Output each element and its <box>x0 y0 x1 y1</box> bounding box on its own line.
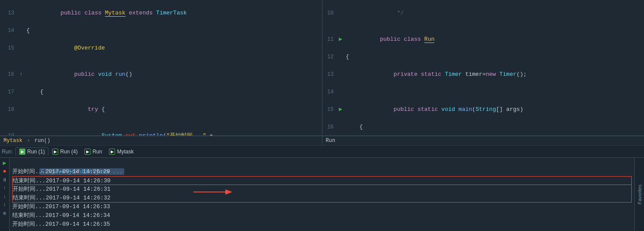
code-line-14: 14 { <box>0 26 322 35</box>
code-area: 13 public class Mytask extends TimerTask… <box>0 0 644 136</box>
line-gutter <box>18 26 24 35</box>
code-line-12: 12 { <box>322 53 644 61</box>
code-line-16: 16 ↑ public void run() <box>0 61 322 88</box>
line-code: @Override <box>24 35 322 61</box>
code-line-15: 15 @Override <box>0 35 322 61</box>
code-line-17r: 17 timer.scheduleAtFixedRate(new Mytask(… <box>322 131 644 135</box>
tab-run-label: Run <box>92 149 102 155</box>
arrow-annotation <box>193 183 237 201</box>
line-num: 15 <box>322 96 337 123</box>
breadcrumb-right-label: Run <box>326 138 336 144</box>
line-num: 13 <box>0 0 18 26</box>
output-line-1: 开始时间...2017-09-14 14:26:29 <box>12 167 632 176</box>
line-gutter: ▶ <box>337 26 344 53</box>
code-line-13: 13 public class Mytask extends TimerTask <box>0 0 322 26</box>
line-num: 17 <box>0 88 18 96</box>
settings-button[interactable]: ⊞ <box>1 210 8 217</box>
output-line-4: 结束时间...2017-09-14 14:26:32 <box>12 194 632 203</box>
favorites-label: Favorites <box>637 185 642 204</box>
line-num: 17 <box>322 131 337 135</box>
code-line-16r: 16 { <box>322 123 644 131</box>
favorites-bar: Favorites <box>634 158 644 231</box>
right-code-panel: 10 */ 11 ▶ public class Run 12 { 13 <box>322 0 644 135</box>
line-code <box>344 88 644 96</box>
line-code: try { <box>24 96 322 123</box>
line-num: 16 <box>0 61 18 88</box>
line-code: { <box>344 123 644 131</box>
output-line-3: 开始时间...2017-09-14 14:26:31 <box>12 185 632 194</box>
left-breadcrumb: Mytask › run() <box>0 136 322 145</box>
right-breadcrumb: Run <box>322 136 644 145</box>
line-gutter: ▶ <box>337 96 344 123</box>
line-gutter <box>337 123 344 131</box>
line-code: public class Mytask extends TimerTask <box>24 0 322 26</box>
scroll-up-button[interactable]: ↑ <box>1 185 8 192</box>
line-gutter <box>337 131 344 135</box>
code-line-19: 19 System.out.println("开始时间..." + <box>0 123 322 135</box>
breadcrumb-bar: Mytask › run() Run <box>0 136 644 146</box>
output-line-6: 结束时间...2017-09-14 14:26:34 <box>12 211 632 220</box>
line-code: System.out.println("开始时间..." + <box>24 123 322 135</box>
line-num: 16 <box>322 123 337 131</box>
line-gutter <box>18 123 24 135</box>
run-tabs-bar: Run: ▶ Run (1) ▶ Run (4) ▶ Run ▶ Mytask <box>0 146 644 158</box>
line-num: 14 <box>0 26 18 35</box>
tab-mytask[interactable]: ▶ Mytask <box>105 148 137 156</box>
wrap-button[interactable]: ↕ <box>1 201 8 208</box>
code-line-10: 10 */ <box>322 0 644 26</box>
tab-run4[interactable]: ▶ Run (4) <box>49 148 81 156</box>
line-code: public class Run <box>344 26 644 53</box>
line-num: 12 <box>322 53 337 61</box>
run-label: Run: <box>2 149 13 155</box>
right-code-table: 10 */ 11 ▶ public class Run 12 { 13 <box>322 0 644 135</box>
line-num: 10 <box>322 0 337 26</box>
breadcrumb-method: run() <box>35 138 50 144</box>
line-gutter: ↑ <box>18 61 24 88</box>
tab-run4-label: Run (4) <box>60 149 77 155</box>
scroll-down-button[interactable]: ↓ <box>1 193 8 200</box>
run-output: F:\java\jdk\bin\java ... 开始时间...2017-09-… <box>10 158 634 231</box>
line-num: 11 <box>322 26 337 53</box>
run-icon: ▶ <box>52 149 58 155</box>
run-content: ▶ ■ ⏸ ↑ ↓ ↕ ⊞ F:\java\jdk\bin\java ... 开… <box>0 158 644 231</box>
line-num: 19 <box>0 123 18 135</box>
line-gutter <box>337 0 344 26</box>
line-code: timer.scheduleAtFixedRate(new Mytask(),n… <box>344 131 644 135</box>
tab-run1[interactable]: ▶ Run (1) <box>15 147 49 156</box>
line-gutter <box>337 53 344 61</box>
line-num: 14 <box>322 88 337 96</box>
code-line-17: 17 { <box>0 88 322 96</box>
bottom-panel: Run: ▶ Run (1) ▶ Run (4) ▶ Run ▶ Mytask … <box>0 146 644 231</box>
line-gutter <box>18 96 24 123</box>
arrow-svg <box>193 183 237 201</box>
stop-button[interactable]: ■ <box>1 168 8 175</box>
run-icon: ▶ <box>109 149 115 155</box>
line-code: { <box>24 26 322 35</box>
run-icon: ▶ <box>19 149 25 155</box>
run-sidebar: ▶ ■ ⏸ ↑ ↓ ↕ ⊞ <box>0 158 10 231</box>
line-code: { <box>344 53 644 61</box>
breadcrumb-separator: › <box>27 138 30 144</box>
output-line-cmd: F:\java\jdk\bin\java ... <box>12 159 632 167</box>
play-button[interactable]: ▶ <box>1 160 8 167</box>
pause-button[interactable]: ⏸ <box>1 176 8 183</box>
output-line-5: 开始时间...2017-09-14 14:26:33 <box>12 203 632 211</box>
run-icon: ▶ <box>84 149 91 155</box>
tab-run[interactable]: ▶ Run <box>81 148 105 156</box>
breadcrumb-class: Mytask <box>4 138 22 144</box>
tab-mytask-label: Mytask <box>117 149 133 155</box>
code-line-11: 11 ▶ public class Run <box>322 26 644 53</box>
line-gutter <box>337 88 344 96</box>
tab-run1-label: Run (1) <box>27 149 45 155</box>
line-code: */ <box>344 0 644 26</box>
output-line-7: 开始时间...2017-09-14 14:26:35 <box>12 220 632 229</box>
line-num: 15 <box>0 35 18 61</box>
line-gutter <box>337 61 344 88</box>
line-gutter <box>18 35 24 61</box>
line-code: public static void main(String[] args) <box>344 96 644 123</box>
line-num: 13 <box>322 61 337 88</box>
line-gutter <box>18 0 24 26</box>
line-num: 18 <box>0 96 18 123</box>
code-line-13r: 13 private static Timer timer=new Timer(… <box>322 61 644 88</box>
line-code: { <box>24 88 322 96</box>
